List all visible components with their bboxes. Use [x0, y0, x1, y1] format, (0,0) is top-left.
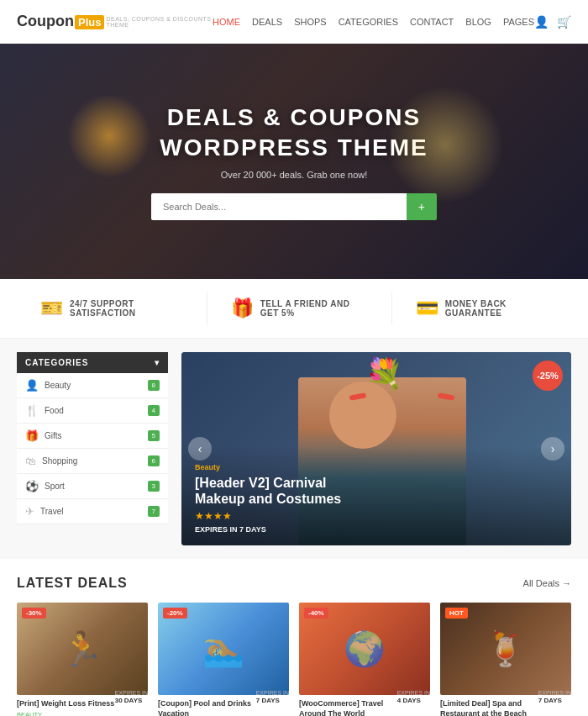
nav-icons: 👤 🛒 [534, 15, 571, 29]
deal-slider: 💐 -25% ‹ › Beauty [Header V2] CarnivalMa… [181, 352, 571, 545]
search-button[interactable]: + [407, 193, 437, 220]
user-icon[interactable]: 👤 [534, 15, 549, 29]
sport-icon: ⚽ [25, 480, 39, 492]
deal-expires-label-0: EXPIRES IN 30 DAYS [115, 689, 148, 704]
gifts-icon: 🎁 [25, 429, 39, 442]
feature-guarantee-text: MONEY BACK GUARANTEE [445, 299, 548, 318]
main-content: CATEGORIES ▾ 👤Beauty 8 🍴Food 4 🎁Gifts 5 … [0, 339, 588, 559]
nav-blog[interactable]: BLOG [465, 17, 491, 27]
deal-image: 💐 -25% ‹ › Beauty [Header V2] CarnivalMa… [181, 352, 571, 545]
deal-badge-3: HOT [445, 608, 468, 619]
nav-pages[interactable]: PAGES [503, 17, 534, 27]
cat-travel[interactable]: ✈Travel 7 [17, 499, 168, 524]
food-icon: 🍴 [25, 404, 39, 417]
support-icon: 🎫 [40, 297, 63, 319]
nav-categories[interactable]: CATEGORIES [339, 17, 398, 27]
deals-grid: 🏃 -30% EXPIRES IN 30 DAYS [Print] Weight… [17, 603, 571, 716]
deal-expires-label-3: EXPIRES IN 7 DAYS [538, 689, 571, 704]
deal-info: Beauty [Header V2] CarnivalMakeup and Co… [181, 446, 571, 545]
sidebar: CATEGORIES ▾ 👤Beauty 8 🍴Food 4 🎁Gifts 5 … [17, 352, 168, 545]
search-input[interactable] [151, 193, 407, 220]
section-title: LATEST DEALS [17, 576, 128, 591]
logo-text: Coupon [17, 13, 74, 29]
arrow-right-icon: → [562, 578, 571, 588]
deal-card-image-3: 🍹 HOT [440, 603, 571, 695]
deal-category: Beauty [195, 463, 558, 471]
deal-card-0: 🏃 -30% EXPIRES IN 30 DAYS [Print] Weight… [17, 603, 148, 716]
categories-header: CATEGORIES ▾ [17, 352, 168, 373]
nav-shops[interactable]: SHOPS [294, 17, 327, 27]
features-bar: 🎫 24/7 SUPPORT SATISFACTION 🎁 TELL A FRI… [0, 279, 588, 339]
hero-search-bar: + [151, 193, 437, 220]
deal-badge-0: -30% [22, 608, 46, 619]
shopping-icon: 🛍 [25, 455, 36, 467]
logo[interactable]: CouponPlus DEALS, COUPONS & DISCOUNTS TH… [17, 13, 213, 30]
header: CouponPlus DEALS, COUPONS & DISCOUNTS TH… [0, 0, 588, 44]
deal-card-image-1: 🏊 -20% [158, 603, 289, 695]
section-header: LATEST DEALS All Deals → [17, 576, 571, 591]
feature-support: 🎫 24/7 SUPPORT SATISFACTION [17, 292, 207, 324]
deal-card-3: 🍹 HOT EXPIRES IN 7 DAYS [Limited Deal] S… [440, 603, 571, 716]
deal-expires-label-2: EXPIRES IN 4 DAYS [397, 689, 430, 704]
logo-tagline: DEALS, COUPONS & DISCOUNTS THEME [106, 16, 213, 28]
feature-support-text: 24/7 SUPPORT SATISFACTION [70, 299, 183, 318]
deal-card-image-2: 🌍 -40% [299, 603, 430, 695]
deal-card-1: 🏊 -20% EXPIRES IN 7 DAYS [Coupon] Pool a… [158, 603, 289, 716]
feature-referral: 🎁 TELL A FRIEND AND GET 5% [207, 292, 392, 324]
feature-referral-text: TELL A FRIEND AND GET 5% [260, 299, 368, 318]
deal-expires-label-1: EXPIRES IN 7 DAYS [256, 689, 289, 704]
deal-image-icon-1: 🏊 [202, 629, 244, 669]
all-deals-link[interactable]: All Deals → [523, 578, 571, 588]
discount-badge: -25% [533, 361, 563, 391]
deal-category-0: BEAUTY [17, 711, 148, 716]
deal-badge-1: -20% [163, 608, 187, 619]
nav-deals[interactable]: DEALS [252, 17, 282, 27]
cat-gifts[interactable]: 🎁Gifts 5 [17, 424, 168, 449]
main-nav: HOME DEALS SHOPS CATEGORIES CONTACT BLOG… [213, 17, 534, 27]
gift-icon: 🎁 [231, 297, 254, 319]
hero-section: DEALS & COUPONS WORDPRESS THEME Over 20 … [0, 44, 588, 279]
cat-shopping[interactable]: 🛍Shopping 6 [17, 449, 168, 474]
feature-guarantee: 💳 MONEY BACK GUARANTEE [392, 292, 571, 324]
cat-beauty[interactable]: 👤Beauty 8 [17, 373, 168, 398]
deal-card-image-0: 🏃 -30% [17, 603, 148, 695]
deal-image-icon-0: 🏃 [61, 629, 103, 669]
guarantee-icon: 💳 [416, 297, 438, 319]
cat-sport[interactable]: ⚽Sport 3 [17, 474, 168, 499]
hero-title: DEALS & COUPONS WORDPRESS THEME [160, 103, 428, 164]
deal-expires: EXPIRES IN 7 DAYS [195, 525, 558, 534]
deal-title: [Header V2] CarnivalMakeup and Costumes [195, 475, 558, 507]
travel-icon: ✈ [25, 505, 34, 518]
cart-icon[interactable]: 🛒 [557, 15, 571, 29]
hero-subtitle: Over 20 000+ deals. Grab one now! [221, 170, 368, 180]
logo-plus: Plus [75, 15, 104, 29]
nav-home[interactable]: HOME [213, 17, 240, 27]
chevron-down-icon: ▾ [155, 358, 160, 367]
nav-contact[interactable]: CONTACT [410, 17, 454, 27]
beauty-icon: 👤 [25, 379, 39, 392]
deal-image-icon-2: 🌍 [344, 629, 386, 669]
latest-deals-section: LATEST DEALS All Deals → 🏃 -30% EXPIRES … [0, 559, 588, 716]
deal-badge-2: -40% [304, 608, 328, 619]
cat-food[interactable]: 🍴Food 4 [17, 398, 168, 424]
deal-card-2: 🌍 -40% EXPIRES IN 4 DAYS [WooCommerce] T… [299, 603, 430, 716]
deal-stars: ★★★★ [195, 510, 558, 522]
deal-image-icon-3: 🍹 [485, 629, 527, 669]
